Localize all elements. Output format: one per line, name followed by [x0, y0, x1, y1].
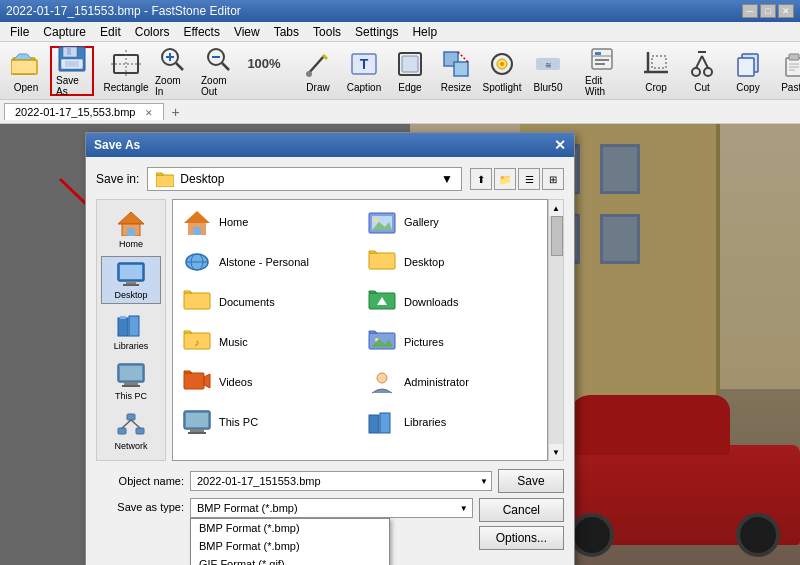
dropdown-bmp1[interactable]: BMP Format (*.bmp)	[191, 519, 389, 537]
view-toggle-button[interactable]: ☰	[518, 168, 540, 190]
file-item-home[interactable]: Home	[177, 204, 358, 240]
file-desktop-icon	[366, 248, 398, 276]
dialog-close-button[interactable]: ✕	[554, 137, 566, 153]
save-as-label: Save As	[56, 75, 88, 97]
svg-rect-49	[789, 54, 799, 60]
svg-rect-37	[595, 63, 605, 65]
sidebar-desktop[interactable]: Desktop	[101, 256, 161, 304]
spotlight-button[interactable]: Spotlight	[480, 46, 524, 96]
zoom-out-button[interactable]: Zoom Out	[196, 46, 240, 96]
file-item-pictures[interactable]: Pictures	[362, 324, 543, 360]
sidebar-home[interactable]: Home	[101, 206, 161, 252]
svg-rect-68	[120, 366, 142, 380]
cut-icon	[686, 49, 718, 80]
file-libraries-icon	[366, 408, 398, 436]
zoom-in-button[interactable]: Zoom In	[150, 46, 194, 96]
file-tab[interactable]: 2022-01-17_15,553.bmp ✕	[4, 103, 164, 120]
tab-close-button[interactable]: ✕	[145, 108, 153, 118]
dropdown-bmp2[interactable]: BMP Format (*.bmp)	[191, 537, 389, 555]
caption-button[interactable]: T Caption	[342, 46, 386, 96]
menu-tabs[interactable]: Tabs	[268, 24, 305, 40]
menu-effects[interactable]: Effects	[177, 24, 225, 40]
open-button[interactable]: Open	[4, 46, 48, 96]
options-button[interactable]: Options...	[479, 526, 564, 550]
file-item-videos[interactable]: Videos	[177, 364, 358, 400]
save-as-type-select[interactable]: BMP Format (*.bmp) ▼	[190, 498, 473, 518]
copy-button[interactable]: Copy	[726, 46, 770, 96]
edge-button[interactable]: Edge	[388, 46, 432, 96]
scroll-down-button[interactable]: ▼	[549, 444, 563, 460]
menu-settings[interactable]: Settings	[349, 24, 404, 40]
dialog-title-bar: Save As ✕	[86, 133, 574, 157]
network-icon	[115, 411, 147, 439]
menu-file[interactable]: File	[4, 24, 35, 40]
save-button[interactable]: Save	[498, 469, 564, 493]
svg-rect-109	[380, 413, 390, 433]
caption-label: Caption	[347, 82, 381, 93]
paste-button[interactable]: Paste	[772, 46, 800, 96]
add-tab-button[interactable]: +	[166, 102, 186, 122]
edge-icon	[394, 49, 426, 80]
sidebar-network[interactable]: Network	[101, 408, 161, 454]
file-name-alstone: Alstone - Personal	[219, 256, 309, 268]
close-button-app[interactable]: ✕	[778, 4, 794, 18]
file-gallery-icon	[366, 208, 398, 236]
file-item-alstone[interactable]: Alstone - Personal	[177, 244, 358, 280]
cut-button[interactable]: Cut	[680, 46, 724, 96]
minimize-button[interactable]: ─	[742, 4, 758, 18]
sidebar-libraries[interactable]: Libraries	[101, 308, 161, 354]
menu-view[interactable]: View	[228, 24, 266, 40]
caption-icon: T	[348, 49, 380, 80]
menu-colors[interactable]: Colors	[129, 24, 176, 40]
edit-with-button[interactable]: Edit With	[580, 46, 624, 96]
draw-button[interactable]: Draw	[296, 46, 340, 96]
file-item-documents[interactable]: Documents	[177, 284, 358, 320]
resize-label: Resize	[441, 82, 472, 93]
tab-bar: 2022-01-17_15,553.bmp ✕ +	[0, 100, 800, 124]
cancel-button[interactable]: Cancel	[479, 498, 564, 522]
svg-rect-105	[186, 413, 208, 427]
view-details-button[interactable]: ⊞	[542, 168, 564, 190]
draw-label: Draw	[306, 82, 329, 93]
resize-button[interactable]: Resize	[434, 46, 478, 96]
scroll-up-button[interactable]: ▲	[549, 200, 563, 216]
object-name-input[interactable]	[190, 471, 492, 491]
scroll-track	[549, 216, 563, 444]
zoom-100-button[interactable]: 100%	[242, 46, 286, 96]
file-name-gallery: Gallery	[404, 216, 439, 228]
svg-point-81	[374, 218, 378, 222]
new-folder-button[interactable]: 📁	[494, 168, 516, 190]
sidebar-this-pc[interactable]: This PC	[101, 358, 161, 404]
file-item-administrator[interactable]: Administrator	[362, 364, 543, 400]
maximize-button[interactable]: □	[760, 4, 776, 18]
rectangle-icon	[110, 49, 142, 80]
crop-button[interactable]: Crop	[634, 46, 678, 96]
nav-up-button[interactable]: ⬆	[470, 168, 492, 190]
file-item-gallery[interactable]: Gallery	[362, 204, 543, 240]
this-pc-label: This PC	[115, 391, 147, 401]
scroll-thumb[interactable]	[551, 216, 563, 256]
svg-line-18	[308, 56, 324, 74]
file-item-downloads[interactable]: Downloads	[362, 284, 543, 320]
dropdown-gif[interactable]: GIF Format (*.gif)	[191, 555, 389, 565]
desktop-icon	[115, 260, 147, 288]
save-as-icon	[56, 45, 88, 73]
svg-rect-5	[67, 47, 71, 55]
cut-label: Cut	[694, 82, 710, 93]
save-as-button[interactable]: Save As	[50, 46, 94, 96]
menu-help[interactable]: Help	[406, 24, 443, 40]
save-in-dropdown[interactable]: Desktop ▼	[147, 167, 462, 191]
file-item-libraries[interactable]: Libraries	[362, 404, 543, 440]
menu-edit[interactable]: Edit	[94, 24, 127, 40]
crop-label: Crop	[645, 82, 667, 93]
file-name-documents: Documents	[219, 296, 275, 308]
file-list-scrollbar[interactable]: ▲ ▼	[548, 199, 564, 461]
menu-tools[interactable]: Tools	[307, 24, 347, 40]
file-item-thispc[interactable]: This PC	[177, 404, 358, 440]
blur50-button[interactable]: ≋ Blur50	[526, 46, 570, 96]
rectangle-button[interactable]: Rectangle	[104, 46, 148, 96]
file-item-music[interactable]: ♪ Music	[177, 324, 358, 360]
file-item-desktop[interactable]: Desktop	[362, 244, 543, 280]
toolbar: Open Save As Rectangle Zoom In	[0, 42, 800, 100]
menu-capture[interactable]: Capture	[37, 24, 92, 40]
